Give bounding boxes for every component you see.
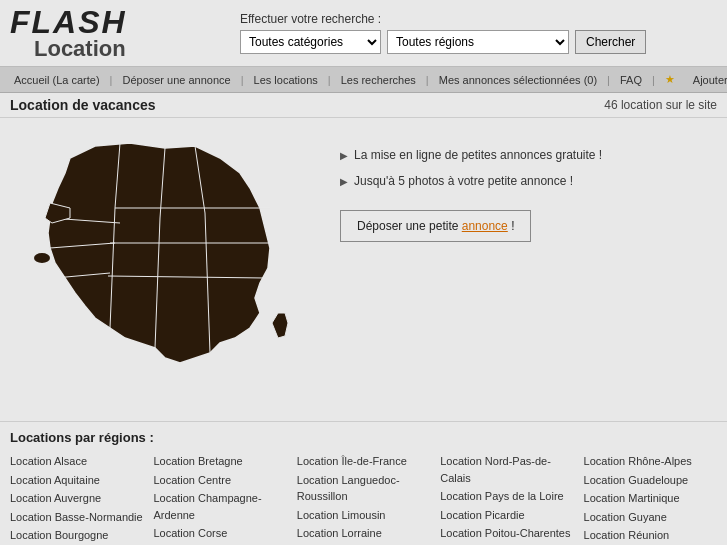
region-item-3-3[interactable]: Location Poitou-Charentes [440, 525, 573, 542]
logo-flash: FLASH [10, 6, 230, 38]
map-container [10, 128, 330, 411]
region-item-1-2[interactable]: Location Champagne-Ardenne [153, 490, 286, 523]
search-controls: Toutes catégoriesLocation vacancesLocati… [240, 30, 717, 54]
region-item-4-3[interactable]: Location Guyane [584, 509, 717, 526]
bullet-item-1: ▶ La mise en ligne de petites annonces g… [340, 148, 717, 162]
nav-faq[interactable]: FAQ [612, 70, 650, 90]
right-panel: ▶ La mise en ligne de petites annonces g… [340, 128, 717, 411]
deposit-btn-suffix: ! [508, 219, 515, 233]
content-area: ▶ La mise en ligne de petites annonces g… [0, 118, 727, 421]
deposit-btn-container: Déposer une petite annonce ! [340, 210, 717, 242]
category-select[interactable]: Toutes catégoriesLocation vacancesLocati… [240, 30, 381, 54]
region-item-3-2[interactable]: Location Picardie [440, 507, 573, 524]
region-item-3-0[interactable]: Location Nord-Pas-de-Calais [440, 453, 573, 486]
regions-title: Locations par régions : [10, 430, 717, 445]
svg-point-13 [34, 253, 50, 263]
region-col-1: Location BretagneLocation CentreLocation… [153, 453, 286, 545]
region-item-4-2[interactable]: Location Martinique [584, 490, 717, 507]
logo-area: FLASH Location [10, 6, 230, 60]
search-button[interactable]: Chercher [575, 30, 646, 54]
arrow-icon-1: ▶ [340, 150, 348, 161]
nav-deposit[interactable]: Déposer une annonce [114, 70, 238, 90]
header: FLASH Location Effectuer votre recherche… [0, 0, 727, 67]
region-item-4-4[interactable]: Location Réunion [584, 527, 717, 544]
arrow-icon-2: ▶ [340, 176, 348, 187]
nav-locations[interactable]: Les locations [246, 70, 326, 90]
region-item-0-0[interactable]: Location Alsace [10, 453, 143, 470]
search-label: Effectuer votre recherche : [240, 12, 717, 26]
region-item-2-2[interactable]: Location Limousin [297, 507, 430, 524]
region-item-0-1[interactable]: Location Aquitaine [10, 472, 143, 489]
nav-home[interactable]: Accueil (La carte) [6, 70, 108, 90]
title-bar: Location de vacances 46 location sur le … [0, 93, 727, 118]
promo-text-2: Jusqu'à 5 photos à votre petite annonce … [354, 174, 573, 188]
logo-location: Location [10, 38, 230, 60]
region-col-3: Location Nord-Pas-de-CalaisLocation Pays… [440, 453, 573, 545]
region-item-1-1[interactable]: Location Centre [153, 472, 286, 489]
region-item-1-0[interactable]: Location Bretagne [153, 453, 286, 470]
page-title: Location de vacances [10, 97, 156, 113]
nav-selected[interactable]: Mes annonces sélectionnées (0) [431, 70, 605, 90]
region-col-0: Location AlsaceLocation AquitaineLocatio… [10, 453, 143, 545]
nav-favorites[interactable]: Ajouter à mes favoris [685, 70, 727, 90]
france-map [10, 128, 320, 408]
region-select[interactable]: Toutes régionsAlsaceAquitaineAuvergneBre… [387, 30, 569, 54]
region-item-1-3[interactable]: Location Corse [153, 525, 286, 542]
bullet-item-2: ▶ Jusqu'à 5 photos à votre petite annonc… [340, 174, 717, 188]
region-item-0-4[interactable]: Location Bourgogne [10, 527, 143, 544]
deposit-btn-link[interactable]: annonce [462, 219, 508, 233]
region-item-2-0[interactable]: Location Île-de-France [297, 453, 430, 470]
regions-grid: Location AlsaceLocation AquitaineLocatio… [10, 453, 717, 545]
promo-text-1: La mise en ligne de petites annonces gra… [354, 148, 602, 162]
region-item-0-3[interactable]: Location Basse-Normandie [10, 509, 143, 526]
search-area: Effectuer votre recherche : Toutes catég… [240, 12, 717, 54]
region-item-3-1[interactable]: Location Pays de la Loire [440, 488, 573, 505]
deposit-btn-prefix: Déposer une petite [357, 219, 462, 233]
deposit-button[interactable]: Déposer une petite annonce ! [340, 210, 531, 242]
region-col-4: Location Rhône-AlpesLocation GuadeloupeL… [584, 453, 717, 545]
region-item-4-1[interactable]: Location Guadeloupe [584, 472, 717, 489]
region-item-0-2[interactable]: Location Auvergne [10, 490, 143, 507]
region-item-2-3[interactable]: Location Lorraine [297, 525, 430, 542]
region-col-2: Location Île-de-FranceLocation Languedoc… [297, 453, 430, 545]
star-icon: ★ [657, 69, 683, 90]
regions-section: Locations par régions : Location AlsaceL… [0, 421, 727, 545]
main-content: Location de vacances 46 location sur le … [0, 93, 727, 545]
location-count: 46 location sur le site [604, 98, 717, 112]
region-item-4-0[interactable]: Location Rhône-Alpes [584, 453, 717, 470]
nav-searches[interactable]: Les recherches [333, 70, 424, 90]
region-item-2-1[interactable]: Location Languedoc-Roussillon [297, 472, 430, 505]
navbar: Accueil (La carte) | Déposer une annonce… [0, 67, 727, 93]
